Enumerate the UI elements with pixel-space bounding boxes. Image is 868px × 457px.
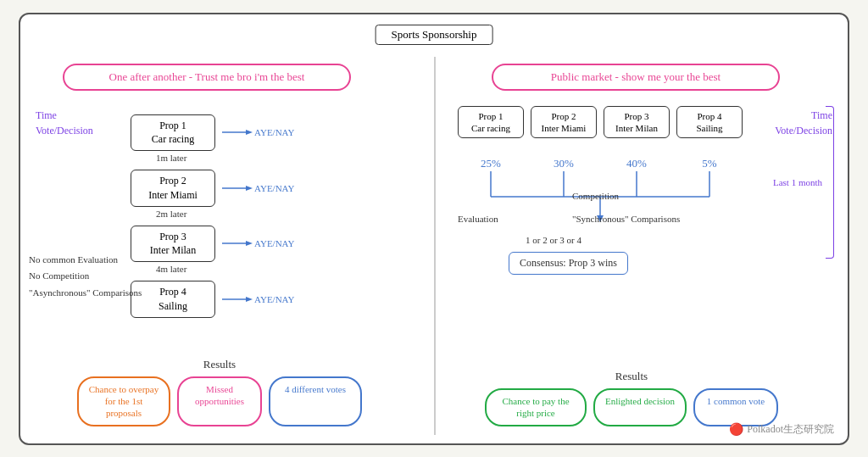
result-badge-enlightened: Enlighted decision [593, 388, 687, 426]
watermark: 🔴 Polkadot生态研究院 [729, 422, 834, 437]
brace-shape [826, 106, 834, 259]
right-prop-2: Prop 2 Inter Miami [531, 106, 597, 139]
time-label-3: 4m later [156, 264, 294, 274]
left-time-vote: Time Vote/Decision [36, 108, 93, 138]
arrow-svg-1 [222, 127, 253, 137]
sync-label: "Synchronous" Comparisons [572, 214, 680, 224]
weibo-icon: 🔴 [729, 422, 743, 437]
result-badge-overpay: Chance to overpay for the 1st proposals [77, 376, 170, 426]
svg-marker-7 [246, 297, 253, 302]
prop-box-2: Prop 2 Inter Miami [131, 170, 215, 207]
left-banner: One after another - Trust me bro i'm the… [63, 64, 351, 91]
pct-1: 25% [458, 157, 524, 170]
svg-marker-3 [246, 186, 253, 191]
arrow-svg-3 [222, 238, 253, 248]
arrow-svg-4 [222, 294, 253, 304]
svg-marker-1 [246, 130, 253, 135]
right-results: Results Chance to pay the right price En… [441, 370, 822, 426]
left-results-row: Chance to overpay for the 1st proposals … [29, 376, 410, 426]
prop-box-1: Prop 1 Car racing [131, 114, 215, 152]
arrow-3: AYE/NAY [222, 238, 294, 248]
right-prop-3: Prop 3 Inter Milan [604, 106, 670, 139]
arrow-2: AYE/NAY [222, 183, 294, 193]
last-month-bracket: Last 1 month [773, 106, 834, 259]
flow-item-prop1: Prop 1 Car racing AYE/NAY [131, 114, 294, 152]
flow-item-prop4: Prop 4 Sailing AYE/NAY [131, 281, 294, 318]
result-badge-votes: 4 different votes [269, 376, 362, 426]
result-badge-common-vote: 1 common vote [693, 388, 778, 426]
result-badge-pay: Chance to pay the right price [485, 388, 587, 426]
right-banner: Public market - show me your the best [492, 64, 780, 91]
time-label-2: 2m later [156, 209, 294, 219]
consensus-box: Consensus: Prop 3 wins [509, 252, 628, 275]
svg-marker-5 [246, 241, 253, 246]
left-results-title: Results [29, 358, 410, 371]
right-section: Public market - show me your the best Ti… [441, 57, 839, 435]
competition-label: Competition [572, 191, 619, 201]
evaluation-label: Evaluation [458, 214, 498, 224]
arrow-svg-2 [222, 183, 253, 193]
flow-item-prop2: Prop 2 Inter Miami AYE/NAY [131, 170, 294, 207]
flow-item-prop3: Prop 3 Inter Milan AYE/NAY [131, 226, 294, 263]
time-label-1: 1m later [156, 153, 294, 163]
left-section: One after another - Trust me bro i'm the… [29, 57, 427, 435]
pct-3: 40% [604, 157, 670, 170]
prop-box-3: Prop 3 Inter Milan [131, 226, 215, 263]
left-results: Results Chance to overpay for the 1st pr… [29, 358, 410, 426]
right-prop-1: Prop 1 Car racing [458, 106, 524, 139]
center-divider [434, 57, 436, 435]
pct-4: 5% [676, 157, 743, 170]
left-flow: Prop 1 Car racing AYE/NAY 1m later Prop … [131, 108, 294, 318]
right-results-row: Chance to pay the right price Enlighted … [441, 388, 822, 426]
right-prop-4: Prop 4 Sailing [676, 106, 743, 139]
or-label: 1 or 2 or 3 or 4 [526, 235, 581, 245]
last-month-label: Last 1 month [773, 177, 822, 187]
prop-box-4: Prop 4 Sailing [131, 281, 215, 318]
title-text: Sports Sponsorship [392, 28, 477, 41]
arrow-4: AYE/NAY [222, 294, 294, 304]
right-results-title: Results [441, 370, 822, 383]
pct-2: 30% [531, 157, 597, 170]
right-props-row: Prop 1 Car racing Prop 2 Inter Miami Pro… [458, 106, 743, 139]
main-container: Sports Sponsorship One after another - T… [19, 13, 849, 445]
left-notes: No common Evaluation No Competition "Asy… [29, 252, 142, 302]
title-box: Sports Sponsorship [376, 25, 493, 45]
right-pct-row: 25% 30% 40% 5% [458, 157, 743, 170]
arrow-1: AYE/NAY [222, 127, 294, 137]
result-badge-missed: Missed opportunities [177, 376, 262, 426]
